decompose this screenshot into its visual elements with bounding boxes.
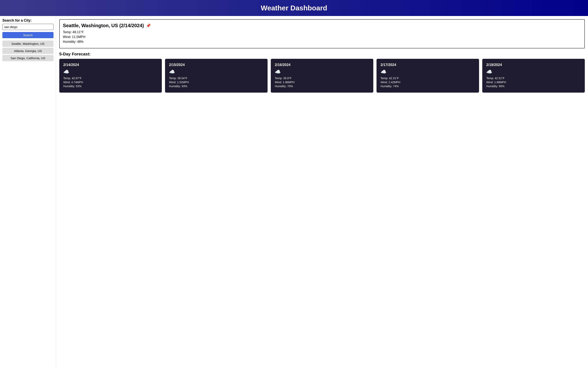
city-list: Seattle, Washington, USAtlanta, Georgia,… xyxy=(2,41,53,61)
current-temp: Temp: 48.11°F xyxy=(63,30,581,34)
forecast-date: 2/17/2024 xyxy=(380,63,475,67)
app-header: Weather Dashboard xyxy=(0,0,588,16)
forecast-card: 2/16/2024 ☁️ Temp: 39.9°F Wind: 1.86MPH … xyxy=(271,59,373,93)
forecast-section: 5-Day Forecast: 2/14/2024 ☁️ Temp: 42.87… xyxy=(59,52,585,93)
weather-icon: ☁️ xyxy=(63,69,158,75)
forecast-humidity: Humidity: 93% xyxy=(169,85,264,88)
forecast-date: 2/15/2024 xyxy=(169,63,264,67)
forecast-date: 2/16/2024 xyxy=(275,63,369,67)
city-list-item[interactable]: San Diego, California, US xyxy=(2,55,53,61)
weather-icon: ☁️ xyxy=(380,69,475,75)
current-city-name: Seattle, Washington, US (2/14/2024) xyxy=(63,23,144,28)
city-list-item[interactable]: Atlanta, Georgia, US xyxy=(2,48,53,54)
main-content: Seattle, Washington, US (2/14/2024) 📌 Te… xyxy=(56,16,588,367)
forecast-cards: 2/14/2024 ☁️ Temp: 42.87°F Wind: 4.74MPH… xyxy=(59,59,585,93)
forecast-date: 2/14/2024 xyxy=(63,63,158,67)
current-city-title: Seattle, Washington, US (2/14/2024) 📌 xyxy=(63,23,581,28)
weather-icon: ☁️ xyxy=(169,69,264,75)
forecast-humidity: Humidity: 70% xyxy=(275,85,369,88)
forecast-temp: Temp: 42.31°F xyxy=(380,77,475,80)
forecast-label: 5-Day Forecast: xyxy=(59,52,585,56)
forecast-humidity: Humidity: 74% xyxy=(380,85,475,88)
search-button[interactable]: Search xyxy=(2,32,53,38)
app-title: Weather Dashboard xyxy=(4,4,584,12)
forecast-temp: Temp: 42.87°F xyxy=(63,77,158,80)
current-humidity: Humidity: 48% xyxy=(63,40,581,44)
forecast-wind: Wind: 4.74MPH xyxy=(63,81,158,84)
forecast-wind: Wind: 1.68MPH xyxy=(486,81,581,84)
forecast-card: 2/17/2024 ☁️ Temp: 42.31°F Wind: 2.42MPH… xyxy=(377,59,479,93)
city-list-item[interactable]: Seattle, Washington, US xyxy=(2,41,53,47)
forecast-wind: Wind: 1.86MPH xyxy=(275,81,369,84)
forecast-temp: Temp: 39.54°F xyxy=(169,77,264,80)
forecast-card: 2/18/2024 ☁️ Temp: 42.51°F Wind: 1.68MPH… xyxy=(482,59,585,93)
forecast-card: 2/14/2024 ☁️ Temp: 42.87°F Wind: 4.74MPH… xyxy=(59,59,162,93)
weather-icon: ☁️ xyxy=(486,69,581,75)
weather-icon: ☁️ xyxy=(275,69,369,75)
forecast-humidity: Humidity: 95% xyxy=(486,85,581,88)
forecast-wind: Wind: 2.42MPH xyxy=(380,81,475,84)
forecast-card: 2/15/2024 ☁️ Temp: 39.54°F Wind: 1.52MPH… xyxy=(165,59,268,93)
pin-icon: 📌 xyxy=(146,23,151,28)
forecast-wind: Wind: 1.52MPH xyxy=(169,81,264,84)
forecast-humidity: Humidity: 53% xyxy=(63,85,158,88)
forecast-date: 2/18/2024 xyxy=(486,63,581,67)
forecast-temp: Temp: 42.51°F xyxy=(486,77,581,80)
current-weather-card: Seattle, Washington, US (2/14/2024) 📌 Te… xyxy=(59,19,585,48)
forecast-temp: Temp: 39.9°F xyxy=(275,77,369,80)
current-wind: Wind: 11.5MPH xyxy=(63,35,581,39)
sidebar: Search for a City: Search Seattle, Washi… xyxy=(0,16,56,367)
search-input[interactable] xyxy=(2,24,53,30)
search-label: Search for a City: xyxy=(2,18,53,23)
